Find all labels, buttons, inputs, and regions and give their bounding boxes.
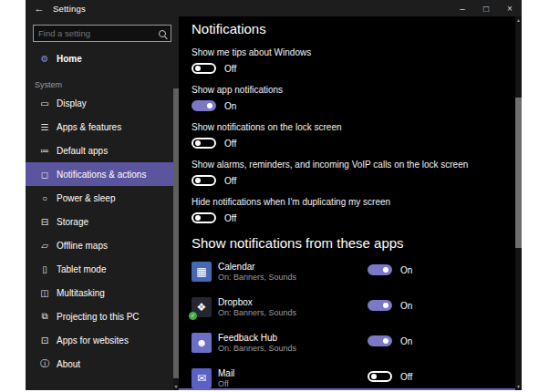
app-toggle-state-label: On: [400, 265, 412, 275]
sidebar-item-display[interactable]: ▭ Display: [26, 91, 179, 115]
sidebar-nav: ▭ Display ☰ Apps & features ≔ Default ap…: [26, 91, 179, 376]
apps-section-heading: Show notifications from these apps: [192, 235, 503, 251]
sidebar-item-label: Power & sleep: [57, 193, 115, 203]
main-scrollbar[interactable]: ▴ ▾: [515, 16, 522, 390]
sidebar-item-storage[interactable]: ⊟ Storage: [26, 210, 179, 233]
toggle-switch[interactable]: [192, 138, 216, 149]
sidebar-item-icon: ▱: [33, 241, 57, 251]
sidebar-item-label: Default apps: [57, 146, 108, 156]
sidebar-item-apps-features[interactable]: ☰ Apps & features: [26, 115, 179, 139]
toggle-setting-app-notifs: Show app notifications On: [192, 84, 503, 111]
sidebar-item-multitasking[interactable]: ◫ Multitasking: [26, 281, 179, 304]
sidebar-item-label: Apps for websites: [57, 335, 129, 346]
apps-list: ▦ Calendar On: Banners, Sounds On ❖ ✓ Dr…: [192, 262, 503, 388]
sidebar-item-label: Notifications & actions: [57, 170, 146, 180]
search-icon[interactable]: [159, 30, 166, 37]
main-scroll-up-icon[interactable]: ▴: [515, 17, 522, 23]
maximize-icon: □: [483, 4, 489, 14]
app-toggle-state-label: Off: [400, 372, 412, 382]
sidebar-item-icon: ○: [33, 193, 57, 203]
toggle-state-label: Off: [224, 64, 236, 74]
main-scrollbar-thumb[interactable]: [515, 98, 522, 248]
sidebar-item-label: Apps & features: [57, 122, 121, 132]
sidebar-item-label: Tablet mode: [57, 264, 106, 274]
sidebar-item-icon: ⊟: [33, 217, 57, 227]
sidebar-item-label: Storage: [57, 217, 88, 227]
app-subtitle: On: Banners, Sounds: [218, 308, 296, 319]
sidebar-item-icon: ≔: [33, 146, 57, 156]
app-toggle-state-label: On: [400, 336, 412, 346]
sidebar-item-icon: ▯: [33, 264, 57, 274]
close-icon: ×: [507, 4, 513, 14]
calendar-icon: ▦: [192, 262, 212, 282]
dropbox-icon: ❖ ✓: [192, 297, 212, 317]
home-label: Home: [57, 54, 82, 64]
toggle-setting-tips: Show me tips about Windows Off: [192, 46, 503, 74]
sidebar-item-home[interactable]: ⚙ Home: [26, 47, 179, 69]
sidebar-item-offline-maps[interactable]: ▱ Offline maps: [26, 233, 179, 257]
close-button[interactable]: ×: [498, 0, 522, 16]
title-bar: ← Settings – □ ×: [26, 0, 522, 16]
app-name: Dropbox: [218, 297, 296, 308]
toggle-setting-label: Show me tips about Windows: [192, 46, 492, 58]
toggle-state-label: Off: [224, 213, 236, 223]
app-row-calendar: ▦ Calendar On: Banners, Sounds On: [192, 262, 503, 282]
toggle-setting-label: Hide notifications when I'm duplicating …: [192, 196, 492, 208]
feedback-hub-icon: ☻: [192, 333, 212, 353]
notification-toggles: Show me tips about Windows Off Show app …: [192, 46, 503, 223]
search-input[interactable]: [38, 28, 159, 38]
window-title: Settings: [53, 4, 86, 14]
caption-buttons: – □ ×: [451, 0, 522, 16]
app-row-mail: ✉ Mail Off Off: [192, 368, 503, 388]
sidebar-item-power-sleep[interactable]: ○ Power & sleep: [26, 186, 179, 210]
search-box: [33, 25, 171, 42]
toggle-setting-duplicating: Hide notifications when I'm duplicating …: [192, 196, 503, 223]
sidebar-item-label: Projecting to this PC: [57, 312, 140, 322]
toggle-switch[interactable]: [192, 63, 216, 74]
app-subtitle: On: Banners, Sounds: [218, 344, 296, 355]
mail-icon: ✉: [192, 368, 212, 388]
toggle-state-label: On: [224, 101, 236, 111]
sidebar-item-apps-websites[interactable]: ⊡ Apps for websites: [26, 328, 179, 352]
toggle-setting-alarms: Show alarms, reminders, and incoming VoI…: [192, 159, 503, 186]
sidebar-item-icon: ⊡: [33, 335, 57, 346]
sidebar-item-icon: ⓘ: [33, 357, 57, 370]
app-row-feedback-hub: ☻ Feedback Hub On: Banners, Sounds On: [192, 333, 503, 353]
back-button[interactable]: ←: [26, 3, 53, 14]
sidebar-item-notifications-actions[interactable]: ◻ Notifications & actions: [26, 162, 179, 186]
minimize-icon: –: [460, 4, 465, 14]
toggle-switch[interactable]: [192, 100, 216, 111]
toggle-switch[interactable]: [192, 175, 216, 186]
sidebar-item-label: Display: [57, 98, 87, 108]
sidebar-item-icon: ◫: [33, 288, 57, 298]
toggle-setting-label: Show app notifications: [192, 84, 492, 96]
maximize-button[interactable]: □: [474, 0, 498, 16]
gear-icon: ⚙: [33, 54, 57, 64]
app-row-dropbox: ❖ ✓ Dropbox On: Banners, Sounds On: [192, 297, 503, 317]
main-content: Notifications Show me tips about Windows…: [179, 16, 522, 390]
toggle-setting-label: Show notifications on the lock screen: [192, 121, 492, 133]
app-toggle-switch[interactable]: [368, 335, 392, 346]
toggle-state-label: Off: [224, 176, 236, 186]
sidebar-item-tablet-mode[interactable]: ▯ Tablet mode: [26, 257, 179, 281]
sidebar-item-icon: ▭: [33, 98, 57, 108]
app-toggle-switch[interactable]: [368, 300, 392, 311]
minimize-button[interactable]: –: [451, 0, 474, 16]
app-toggle-switch[interactable]: [368, 371, 392, 382]
app-badge-icon: ✓: [189, 312, 197, 320]
sidebar-item-about[interactable]: ⓘ About: [26, 352, 179, 376]
sidebar-item-label: Multitasking: [57, 288, 105, 298]
sidebar-item-icon: ☰: [33, 122, 57, 132]
sidebar-item-default-apps[interactable]: ≔ Default apps: [26, 139, 179, 162]
app-name: Feedback Hub: [218, 333, 296, 344]
toggle-switch[interactable]: [192, 212, 216, 223]
toggle-setting-label: Show alarms, reminders, and incoming VoI…: [192, 159, 492, 170]
sidebar-item-projecting-pc[interactable]: ⧉ Projecting to this PC: [26, 304, 179, 328]
toggle-state-label: Off: [224, 139, 236, 149]
main-scroll-down-icon[interactable]: ▾: [515, 384, 522, 389]
sidebar-item-icon: ◻: [33, 170, 57, 180]
app-subtitle: On: Banners, Sounds: [218, 273, 296, 284]
app-toggle-switch[interactable]: [368, 264, 392, 275]
settings-window: ← Settings – □ × ⚙ Home System: [26, 0, 522, 390]
sidebar-item-label: About: [57, 359, 80, 369]
